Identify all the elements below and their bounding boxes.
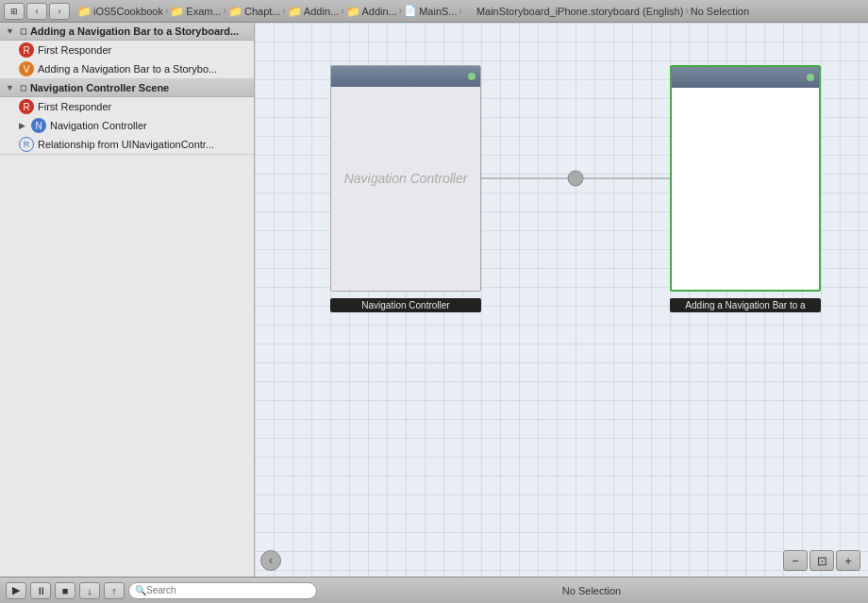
view-box-content: [672, 88, 819, 290]
nav-controller-label: Navigation Controller: [330, 298, 481, 312]
scene-group-2: ▼ ◻ Navigation Controller Scene R First …: [0, 79, 254, 155]
breadcrumb-sep-1: ›: [224, 6, 226, 16]
play-button[interactable]: ▶: [6, 582, 26, 599]
nav-box-titlebar: [331, 66, 480, 87]
scene1-title: Adding a Navigation Bar to a Storyboard.…: [30, 25, 239, 37]
search-icon: 🔍: [135, 585, 146, 595]
view-box-inner: [670, 65, 821, 292]
tree-item-scene1-firstresponder[interactable]: R First Responder: [0, 41, 254, 59]
scene2-item0-label: First Responder: [38, 101, 111, 112]
pause-button[interactable]: ⏸: [30, 582, 51, 599]
breadcrumb: 📁 iOS5Cookbook › 📁 Exam... › 📁 Chapt... …: [72, 5, 864, 18]
nav-controller-canvas-label: Navigation Controller: [344, 171, 468, 186]
tree-item-scene1-navbarview[interactable]: V Adding a Navigation Bar to a Storybo..…: [0, 59, 254, 78]
scene2-item1-label: Navigation Controller: [50, 120, 147, 131]
expand-arrow-2[interactable]: ▼: [6, 83, 14, 92]
breadcrumb-sep-5: ›: [459, 6, 462, 16]
nav-controller-box[interactable]: Navigation Controller Navigation Control…: [330, 65, 481, 292]
scene-header-icon-1: ◻: [20, 26, 26, 36]
breadcrumb-sep-6: ›: [685, 6, 688, 16]
canvas-scroll-left-button[interactable]: ‹: [260, 550, 281, 571]
breadcrumb-label-3: Addin...: [304, 6, 339, 17]
responder-icon-2: R: [19, 99, 34, 114]
file-icon-5: 📄: [404, 5, 417, 17]
storyboard-icon: 🗂: [464, 6, 475, 17]
scene-header-2[interactable]: ▼ ◻ Navigation Controller Scene: [0, 79, 254, 97]
breadcrumb-label-7: No Selection: [691, 6, 749, 17]
search-input[interactable]: [146, 585, 310, 595]
scene1-item0-label: First Responder: [38, 44, 111, 56]
stop-button[interactable]: ■: [55, 582, 75, 599]
zoom-in-button[interactable]: +: [836, 550, 860, 571]
scene2-item2-label: Relationship from UINavigationContr...: [38, 139, 214, 150]
bottom-status: No Selection: [321, 585, 862, 596]
view-icon-1: V: [19, 61, 34, 76]
breadcrumb-label-0: iOS5Cookbook: [93, 6, 163, 17]
main-layout: ▼ ◻ Adding a Navigation Bar to a Storybo…: [0, 23, 868, 577]
nav-box-dot: [468, 73, 476, 80]
breadcrumb-ios5cookbook[interactable]: 📁 iOS5Cookbook: [77, 5, 163, 18]
nav-box-content: [331, 87, 480, 291]
forward-button[interactable]: ›: [49, 3, 70, 20]
breadcrumb-label-4: Addin...: [362, 6, 397, 17]
scene-header-icon-2: ◻: [20, 83, 26, 92]
responder-icon-1: R: [19, 42, 34, 58]
download-button[interactable]: ↓: [79, 582, 100, 599]
view-controller-label: Adding a Navigation Bar to a: [670, 298, 821, 312]
breadcrumb-label-5: MainS...: [419, 6, 457, 17]
top-toolbar: ⊞ ‹ › 📁 iOS5Cookbook › 📁 Exam... › 📁 Cha…: [0, 0, 868, 23]
grid-button[interactable]: ⊞: [4, 3, 25, 20]
zoom-fit-button[interactable]: ⊡: [810, 550, 834, 571]
left-panel: ▼ ◻ Adding a Navigation Bar to a Storybo…: [0, 23, 255, 577]
breadcrumb-sep-0: ›: [165, 6, 168, 16]
breadcrumb-label-2: Chapt...: [244, 6, 281, 17]
view-controller-box[interactable]: Adding a Navigation Bar to a: [670, 65, 821, 292]
breadcrumb-addin1[interactable]: 📁 Addin...: [288, 5, 339, 18]
scene1-item1-label: Adding a Navigation Bar to a Storybo...: [38, 63, 217, 75]
breadcrumb-storyboard[interactable]: 🗂 MainStoryboard_iPhone.storyboard (Engl…: [464, 6, 684, 17]
tree-item-scene2-navcontroller[interactable]: ▶ N Navigation Controller: [0, 116, 254, 135]
folder-icon-4: 📁: [346, 5, 360, 18]
scene-header-1[interactable]: ▼ ◻ Adding a Navigation Bar to a Storybo…: [0, 23, 254, 41]
zoom-out-button[interactable]: −: [783, 550, 808, 571]
tree-item-scene2-relationship[interactable]: R Relationship from UINavigationContr...: [0, 135, 254, 154]
search-box[interactable]: 🔍: [128, 582, 317, 599]
canvas-area[interactable]: Navigation Controller Navigation Control…: [255, 23, 868, 577]
tree-item-scene2-firstresponder[interactable]: R First Responder: [0, 97, 254, 116]
breadcrumb-chapt[interactable]: 📁 Chapt...: [228, 5, 281, 18]
relationship-icon: R: [19, 137, 34, 152]
folder-icon-2: 📁: [228, 5, 242, 18]
nav-controller-icon: N: [31, 118, 46, 133]
expand-arrow-navcontroller[interactable]: ▶: [19, 121, 25, 130]
view-box-titlebar: [672, 67, 819, 88]
breadcrumb-sep-3: ›: [341, 6, 343, 16]
breadcrumb-sep-2: ›: [283, 6, 286, 16]
upload-button[interactable]: ↑: [104, 582, 125, 599]
scene2-title: Navigation Controller Scene: [30, 82, 169, 93]
folder-icon-1: 📁: [170, 5, 184, 18]
breadcrumb-no-selection: No Selection: [691, 6, 749, 17]
breadcrumb-exam[interactable]: 📁 Exam...: [170, 5, 221, 18]
breadcrumb-mains[interactable]: 📄 MainS...: [404, 5, 457, 17]
back-button[interactable]: ‹: [26, 3, 47, 20]
view-box-dot: [807, 74, 814, 81]
svg-point-1: [568, 171, 583, 186]
bottom-bar: ▶ ⏸ ■ ↓ ↑ 🔍 No Selection: [0, 577, 868, 603]
folder-icon: 📁: [77, 5, 92, 18]
breadcrumb-sep-4: ›: [399, 6, 402, 16]
breadcrumb-label-6: MainStoryboard_iPhone.storyboard (Englis…: [476, 6, 684, 17]
scene-group-1: ▼ ◻ Adding a Navigation Bar to a Storybo…: [0, 23, 254, 79]
breadcrumb-addin2[interactable]: 📁 Addin...: [346, 5, 397, 18]
folder-icon-3: 📁: [288, 5, 302, 18]
breadcrumb-label-1: Exam...: [186, 6, 221, 17]
zoom-controls: − ⊡ +: [783, 550, 860, 571]
expand-arrow-1[interactable]: ▼: [6, 26, 14, 36]
